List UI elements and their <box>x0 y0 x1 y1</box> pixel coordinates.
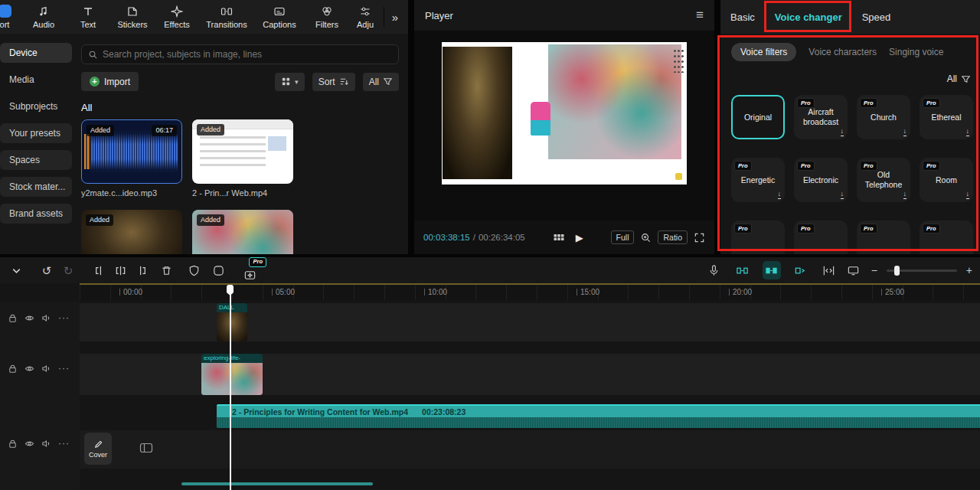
timeline-clip-image[interactable]: DALL <box>217 303 247 341</box>
delete-icon[interactable] <box>158 262 175 279</box>
collapse-tracks-icon[interactable] <box>8 262 24 279</box>
expand-clip-icon[interactable] <box>821 262 838 279</box>
toolbar-adjust-tab[interactable]: Adju <box>349 5 381 29</box>
record-voiceover-icon[interactable] <box>706 262 723 279</box>
import-button[interactable]: + Import <box>81 72 139 91</box>
zoom-slider-knob[interactable] <box>894 266 900 276</box>
voice-filter-all-label[interactable]: All <box>947 74 957 84</box>
filter-all-button[interactable]: All <box>363 73 399 91</box>
timeline-clip-video[interactable]: exploring-life- <box>201 354 263 395</box>
view-mode-button[interactable]: ▾ <box>275 73 305 91</box>
toolbar-audio-tab[interactable]: Audio <box>21 5 66 29</box>
timeline-ruler[interactable]: 00:00 05:00 10:00 15:00 20:00 25:00 <box>80 283 980 300</box>
track-row-image[interactable] <box>80 303 980 341</box>
voice-filter-partial[interactable]: Pro <box>731 220 785 254</box>
shape-overlay-icon[interactable] <box>210 262 227 279</box>
undo-icon[interactable]: ↺ <box>38 262 55 279</box>
ai-feature-button[interactable]: Pro <box>239 259 260 282</box>
main-track-placeholder-icon[interactable] <box>139 442 153 454</box>
voice-filter-ethereal[interactable]: Pro Ethereal ↓ <box>920 95 973 139</box>
eye-icon[interactable] <box>24 313 34 323</box>
download-icon[interactable]: ↓ <box>903 191 907 199</box>
toolbar-transitions-tab[interactable]: Transitions <box>199 5 254 29</box>
toolbar-captions-tab[interactable]: Captions <box>254 5 305 29</box>
voice-filter-partial[interactable]: Pro <box>920 220 973 254</box>
lock-icon[interactable] <box>8 313 18 323</box>
more-tools-button[interactable]: » <box>387 11 403 24</box>
download-icon[interactable]: ↓ <box>903 128 907 136</box>
mask-icon[interactable] <box>185 262 202 279</box>
toolbar-stickers-tab[interactable]: Stickers <box>110 5 155 29</box>
frames-view-icon[interactable] <box>553 231 565 243</box>
voice-filter-old-telephone[interactable]: Pro Old Telephone ↓ <box>857 158 910 202</box>
zoom-out-icon[interactable]: − <box>871 264 877 276</box>
timeline-clip-audio[interactable]: 2 - Principles for Writing Content for W… <box>217 404 980 428</box>
toolbar-text-tab[interactable]: Text <box>66 5 110 29</box>
track-row-main[interactable] <box>80 430 980 469</box>
cover-button[interactable]: Cover <box>84 433 112 465</box>
sidebar-item-subprojects[interactable]: Subprojects <box>0 96 72 116</box>
sort-button[interactable]: Sort <box>312 73 355 91</box>
search-input[interactable] <box>103 49 392 60</box>
track-more-icon[interactable]: ··· <box>58 363 70 374</box>
voice-filter-energetic[interactable]: Pro Energetic ↓ <box>731 158 785 202</box>
sidebar-item-stock-materials[interactable]: Stock mater... <box>0 177 72 197</box>
ratio-button[interactable]: Ratio <box>658 230 688 244</box>
toolbar-import-tab[interactable]: ort <box>0 5 21 29</box>
sidebar-item-brand-assets[interactable]: Brand assets <box>0 204 72 224</box>
download-icon[interactable]: ↓ <box>966 128 970 136</box>
split-icon[interactable] <box>112 262 129 279</box>
toolbar-effects-tab[interactable]: Effects <box>155 5 199 29</box>
player-menu-icon[interactable]: ≡ <box>696 8 704 23</box>
link-clips-toggle[interactable] <box>792 261 810 279</box>
delete-left-icon[interactable] <box>90 262 107 279</box>
play-button[interactable]: ▶ <box>576 232 583 243</box>
download-icon[interactable]: ↓ <box>841 128 844 136</box>
voice-filter-room[interactable]: Pro Room ↓ <box>920 158 973 202</box>
snap-toggle[interactable] <box>733 261 752 279</box>
track-more-icon[interactable]: ··· <box>58 438 70 449</box>
zoom-in-icon[interactable]: + <box>966 264 972 276</box>
voice-filter-partial[interactable]: Pro <box>794 220 848 254</box>
voice-filter-church[interactable]: Pro Church ↓ <box>857 95 910 139</box>
filter-funnel-icon[interactable] <box>961 74 971 84</box>
voice-filter-partial[interactable]: Pro <box>857 220 910 254</box>
delete-right-icon[interactable] <box>133 262 150 279</box>
timeline-zoom-slider[interactable] <box>887 270 957 272</box>
preview-canvas[interactable] <box>442 42 687 185</box>
download-icon[interactable]: ↓ <box>778 191 782 199</box>
sidebar-item-device[interactable]: Device <box>0 43 72 63</box>
media-item-image-dark[interactable]: Added <box>81 210 182 254</box>
fullscreen-icon[interactable] <box>694 232 705 243</box>
tab-speed[interactable]: Speed <box>862 11 891 23</box>
subtab-voice-characters[interactable]: Voice characters <box>808 47 877 57</box>
zoom-fit-icon[interactable] <box>640 232 652 243</box>
download-icon[interactable]: ↓ <box>841 191 844 199</box>
download-icon[interactable]: ↓ <box>966 191 970 199</box>
subtab-voice-filters[interactable]: Voice filters <box>731 43 796 61</box>
drag-handle-dots[interactable] <box>673 48 684 73</box>
sidebar-item-your-presets[interactable]: Your presets <box>0 123 72 143</box>
sidebar-item-spaces[interactable]: Spaces <box>0 150 72 170</box>
eye-icon[interactable] <box>24 439 34 449</box>
mute-icon[interactable] <box>41 364 51 374</box>
subtab-singing-voice[interactable]: Singing voice <box>889 47 943 57</box>
media-item-audio[interactable]: Added 06:17 y2mate.c...ideo.mp3 <box>81 119 182 198</box>
voice-filter-aircraft-broadcast[interactable]: Pro Aircraft broadcast ↓ <box>794 95 848 139</box>
mute-icon[interactable] <box>41 313 51 323</box>
mute-icon[interactable] <box>41 439 51 449</box>
media-item-image-dna[interactable]: Added <box>192 210 293 254</box>
screen-layout-icon[interactable] <box>845 262 862 279</box>
track-more-icon[interactable]: ··· <box>58 312 70 323</box>
timeline-scrollbar[interactable] <box>181 482 373 485</box>
voice-filter-electronic[interactable]: Pro Electronic ↓ <box>794 158 848 202</box>
toolbar-filters-tab[interactable]: Filters <box>305 5 349 29</box>
lock-icon[interactable] <box>8 364 18 374</box>
tab-voice-changer[interactable]: Voice changer <box>775 11 842 23</box>
auto-ripple-toggle[interactable] <box>763 261 781 279</box>
redo-icon[interactable]: ↻ <box>60 262 77 279</box>
voice-filter-original[interactable]: Original <box>731 95 785 139</box>
tab-basic[interactable]: Basic <box>730 11 755 23</box>
lock-icon[interactable] <box>8 439 18 449</box>
media-item-video[interactable]: Added 2 - Prin...r Web.mp4 <box>192 119 293 198</box>
